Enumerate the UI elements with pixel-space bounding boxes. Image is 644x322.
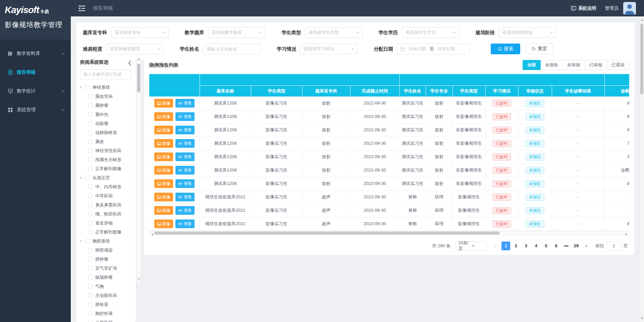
- scroll-down-arrow[interactable]: [641, 318, 643, 320]
- page-button-4[interactable]: 4: [532, 242, 540, 250]
- page-button-29[interactable]: 29: [572, 242, 581, 250]
- view-button[interactable]: 查看: [175, 219, 195, 228]
- tree-item[interactable]: 正常解剖图像: [80, 228, 132, 237]
- page-scrollbar[interactable]: [640, 16, 644, 322]
- tree-group-1[interactable]: ▾神经系统: [80, 83, 132, 92]
- image-button[interactable]: 图像: [154, 139, 173, 148]
- image-button[interactable]: 图像: [154, 112, 173, 121]
- tree-item[interactable]: 脑血管病: [80, 92, 132, 101]
- tree-item[interactable]: 脑肿瘤: [80, 101, 132, 110]
- image-button[interactable]: 图像: [154, 219, 173, 228]
- filter-select[interactable]: 请选择教学题库: [208, 27, 266, 38]
- view-button[interactable]: 查看: [175, 206, 195, 215]
- sidebar-item-1[interactable]: 教学资料库: [0, 44, 71, 63]
- sidebar-item-2[interactable]: 报告审核: [0, 63, 71, 82]
- tree-item[interactable]: 咽、喉部疾病: [80, 209, 132, 218]
- checkbox[interactable]: [88, 320, 93, 322]
- tree-item[interactable]: 动脉瘤: [80, 119, 132, 128]
- checkbox[interactable]: [88, 293, 93, 298]
- next-page-button[interactable]: ›: [582, 242, 591, 250]
- checkbox[interactable]: [88, 194, 93, 198]
- image-button[interactable]: 图像: [154, 126, 173, 134]
- checkbox[interactable]: [88, 203, 93, 207]
- sidebar-item-3[interactable]: 教学统计: [0, 82, 71, 101]
- checkbox[interactable]: [88, 130, 93, 135]
- checkbox[interactable]: [86, 239, 90, 243]
- view-button[interactable]: 查看: [175, 126, 195, 134]
- scroll-right-arrow[interactable]: [626, 233, 628, 236]
- filter-select[interactable]: 请选择亚专科: [111, 27, 169, 38]
- search-button[interactable]: 搜索: [491, 44, 520, 54]
- reset-button[interactable]: ↻ 重置: [526, 44, 553, 54]
- checkbox[interactable]: [88, 221, 93, 225]
- student-name-input[interactable]: [207, 47, 258, 52]
- checkbox[interactable]: [88, 185, 93, 189]
- menu-fold-icon[interactable]: [78, 5, 86, 11]
- tree-item[interactable]: 中、内耳畸形: [80, 182, 132, 191]
- tab-5[interactable]: 已退回: [607, 60, 629, 70]
- filter-select[interactable]: 请选择学生学历: [402, 27, 460, 38]
- checkbox[interactable]: [86, 85, 90, 89]
- tree-item[interactable]: 鼻及鼻窦疾病: [80, 200, 132, 209]
- tree-item[interactable]: 肺栓塞: [80, 300, 132, 309]
- view-button[interactable]: 查看: [175, 99, 195, 108]
- prev-page-button[interactable]: ‹: [491, 242, 500, 250]
- tab-1[interactable]: 全部: [523, 60, 541, 70]
- username[interactable]: 管理员: [605, 5, 619, 11]
- tree-filter-input[interactable]: [80, 69, 132, 79]
- image-button[interactable]: 图像: [154, 99, 173, 108]
- scroll-up-arrow[interactable]: [138, 57, 140, 60]
- tab-2[interactable]: 未报告: [541, 60, 563, 70]
- page-scrollbar-thumb[interactable]: [640, 24, 643, 94]
- checkbox[interactable]: [88, 257, 93, 261]
- filter-input[interactable]: [203, 44, 261, 54]
- view-button[interactable]: 查看: [175, 152, 195, 161]
- view-button[interactable]: 查看: [175, 112, 195, 121]
- image-button[interactable]: 图像: [154, 206, 173, 215]
- filter-select[interactable]: 请选择难易程度: [106, 44, 164, 54]
- tree-group-2[interactable]: ▾头颈五官: [80, 173, 132, 182]
- checkbox[interactable]: [88, 121, 93, 126]
- tab-4[interactable]: 已审核: [585, 60, 607, 70]
- tree-item[interactable]: 动静脉畸形: [80, 128, 132, 137]
- tree-item[interactable]: 中耳疾病: [80, 191, 132, 200]
- view-button[interactable]: 查看: [175, 193, 195, 201]
- filter-select[interactable]: 请选择学生类型: [305, 27, 363, 38]
- tree-item[interactable]: 纵隔肿瘤: [80, 273, 132, 282]
- checkbox[interactable]: [88, 284, 93, 288]
- tree-item[interactable]: 心脏疾病: [80, 318, 132, 322]
- tab-3[interactable]: 未审核: [563, 60, 585, 70]
- date-range-picker[interactable]: 开始日期 至 结束日期: [397, 44, 470, 54]
- page-button-1[interactable]: 1: [501, 242, 510, 250]
- checkbox[interactable]: [88, 248, 93, 252]
- image-button[interactable]: 图像: [154, 193, 173, 201]
- tree-expand-icon[interactable]: ▾: [80, 239, 86, 243]
- date-start-placeholder[interactable]: 开始日期: [407, 46, 428, 52]
- page-button-5[interactable]: 5: [542, 242, 550, 250]
- image-button[interactable]: 图像: [154, 179, 173, 188]
- tree-item[interactable]: 主动脉疾病: [80, 291, 132, 300]
- tree-item[interactable]: 肺部感染: [80, 246, 132, 255]
- goto-page-input[interactable]: [606, 241, 621, 251]
- checkbox[interactable]: [88, 302, 93, 307]
- checkbox[interactable]: [86, 176, 90, 180]
- scroll-left-arrow[interactable]: [150, 233, 153, 236]
- checkbox[interactable]: [88, 167, 93, 171]
- page-button-3[interactable]: 3: [522, 242, 530, 250]
- image-button[interactable]: 图像: [154, 152, 173, 161]
- sidebar-item-4[interactable]: 系统管理: [0, 101, 71, 119]
- tree-item[interactable]: 神经变性疾病: [80, 146, 132, 155]
- filter-select[interactable]: 请选择学习情况: [300, 44, 358, 54]
- panel-scrollbar[interactable]: [137, 55, 141, 283]
- collapse-panel-icon[interactable]: ❮: [127, 60, 132, 65]
- tree-item[interactable]: 颅脑先天畸形: [80, 155, 132, 164]
- date-end-placeholder[interactable]: 结束日期: [436, 46, 457, 52]
- tree-group-3[interactable]: ▾胸部系统: [80, 237, 132, 246]
- tree-expand-icon[interactable]: ▾: [80, 176, 86, 180]
- checkbox[interactable]: [88, 112, 93, 117]
- tree-item[interactable]: 肺肿瘤: [80, 255, 132, 264]
- checkbox[interactable]: [88, 148, 93, 153]
- scroll-up-arrow[interactable]: [641, 18, 643, 21]
- filter-select[interactable]: 请选择规培阶段: [499, 27, 556, 38]
- page-button-6[interactable]: 6: [552, 242, 560, 250]
